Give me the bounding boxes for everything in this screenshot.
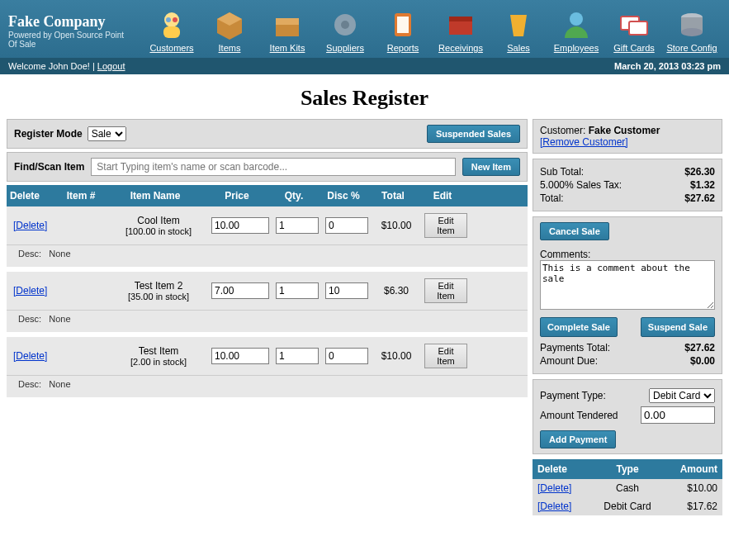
suspend-sale-button[interactable]: Suspend Sale [641,317,715,337]
svg-rect-1 [163,26,180,38]
add-payment-button[interactable]: Add Payment [540,430,616,448]
item-total: $10.00 [372,350,421,362]
svg-rect-11 [397,17,409,33]
nav-label: Reports [374,43,432,53]
item-price-input[interactable] [211,217,269,234]
edit-item-button[interactable]: Edit Item [424,344,467,368]
suspended-sales-button[interactable]: Suspended Sales [427,125,520,143]
svg-rect-13 [449,17,472,21]
payment-type-select[interactable]: Debit Card [649,388,715,403]
status-bar: Welcome John Doe! | Logout March 20, 201… [0,58,729,74]
item-price-input[interactable] [211,348,269,364]
nav-reports[interactable]: Reports [374,8,432,53]
col-delete: Delete [7,185,56,206]
nav-receivings[interactable]: Receivings [432,8,490,53]
item-delete-link[interactable]: [Delete] [13,350,47,362]
svg-point-9 [341,21,349,29]
suppliers-icon [329,8,362,41]
welcome-user: John Doe! [49,61,90,71]
gift-cards-icon [618,8,651,41]
edit-item-button[interactable]: Edit Item [424,213,467,238]
find-scan-label: Find/Scan Item [14,161,84,173]
remove-customer-link[interactable]: [Remove Customer] [540,136,628,148]
totals-panel: Sub Total:$26.30 5.000% Sales Tax:$1.32 … [533,159,722,211]
current-datetime: March 20, 2013 03:23 pm [614,61,721,71]
item-desc-row: Desc: None [7,311,528,332]
subtotal-label: Sub Total: [540,166,584,178]
side-column: Customer: Fake Customer [Remove Customer… [533,119,722,515]
payment-type: Cash [587,482,668,494]
welcome-text: Welcome John Doe! | Logout [8,61,125,71]
item-delete-link[interactable]: [Delete] [13,285,47,297]
register-mode-label: Register Mode [14,128,83,140]
amount-tendered-input[interactable] [641,406,715,424]
total-label: Total: [540,192,564,204]
nav-employees[interactable]: Employees [547,8,605,53]
item-row: [Delete]Test Item 2[35.00 in stock]$6.30… [7,272,528,311]
item-name: Cool Item [112,215,205,226]
nav-label: Items [201,43,258,53]
svg-point-3 [173,17,178,22]
edit-item-button[interactable]: Edit Item [424,278,467,303]
cancel-sale-button[interactable]: Cancel Sale [540,222,609,240]
col-price: Price [205,185,269,206]
nav-label: Sales [490,43,547,53]
item-qty-input[interactable] [276,282,319,299]
svg-point-2 [166,17,171,22]
item-name: Test Item 2 [112,280,205,292]
actions-panel: Cancel Sale Comments: Complete Sale Susp… [533,216,722,374]
subtotal-value: $26.30 [684,166,715,178]
item-qty-input[interactable] [276,348,319,364]
store-config-icon [675,8,708,41]
items-list: [Delete]Cool Item[100.00 in stock]$10.00… [7,206,528,397]
item-row: [Delete]Cool Item[100.00 in stock]$10.00… [7,206,528,245]
payment-delete-link[interactable]: [Delete] [537,501,571,512]
pay-col-amount: Amount [673,459,722,479]
welcome-prefix: Welcome [8,61,49,71]
nav-sales[interactable]: Sales [490,8,547,53]
item-desc-label: Desc: [18,314,41,324]
col-item-name: Item Name [106,185,205,206]
col-qty: Qty. [269,185,319,206]
customer-name: Fake Customer [589,125,660,136]
nav-label: Receivings [432,43,490,53]
nav-label: Store Config [663,43,721,53]
svg-point-15 [570,12,583,26]
payment-amount: $10.00 [668,482,717,494]
nav-items[interactable]: Items [201,8,258,53]
item-desc-label: Desc: [18,249,41,259]
item-desc-value: None [49,314,70,324]
amount-due-label: Amount Due: [540,355,598,367]
item-qty-input[interactable] [276,217,319,234]
comments-textarea[interactable] [540,260,715,310]
item-total: $6.30 [372,285,421,297]
total-value: $27.62 [684,192,715,204]
pay-col-type: Type [582,459,673,479]
payment-delete-link[interactable]: [Delete] [537,482,571,494]
item-desc-label: Desc: [18,379,41,389]
item-disc-input[interactable] [325,282,368,299]
find-scan-input[interactable] [91,158,455,176]
new-item-button[interactable]: New Item [462,158,520,176]
svg-marker-14 [510,15,527,36]
item-total: $10.00 [372,220,421,231]
nav-label: Customers [143,43,201,53]
item-disc-input[interactable] [325,217,368,234]
nav-store-config[interactable]: Store Config [663,8,721,53]
logout-link[interactable]: Logout [97,61,125,71]
item-delete-link[interactable]: [Delete] [13,220,47,231]
nav-item-kits[interactable]: Item Kits [258,8,316,53]
register-mode-row: Register Mode Sale Suspended Sales [7,119,528,149]
item-row: [Delete]Test Item[2.00 in stock]$10.00Ed… [7,337,528,376]
nav-suppliers[interactable]: Suppliers [316,8,374,53]
nav-gift-cards[interactable]: Gift Cards [605,8,663,53]
complete-sale-button[interactable]: Complete Sale [540,317,618,337]
item-disc-input[interactable] [325,348,368,364]
nav-label: Item Kits [258,43,316,53]
sales-icon [502,8,535,41]
tax-value: $1.32 [690,179,715,191]
tax-label: 5.000% Sales Tax: [540,179,622,191]
nav-customers[interactable]: Customers [143,8,201,53]
item-price-input[interactable] [211,282,269,299]
register-mode-select[interactable]: Sale [88,126,126,141]
